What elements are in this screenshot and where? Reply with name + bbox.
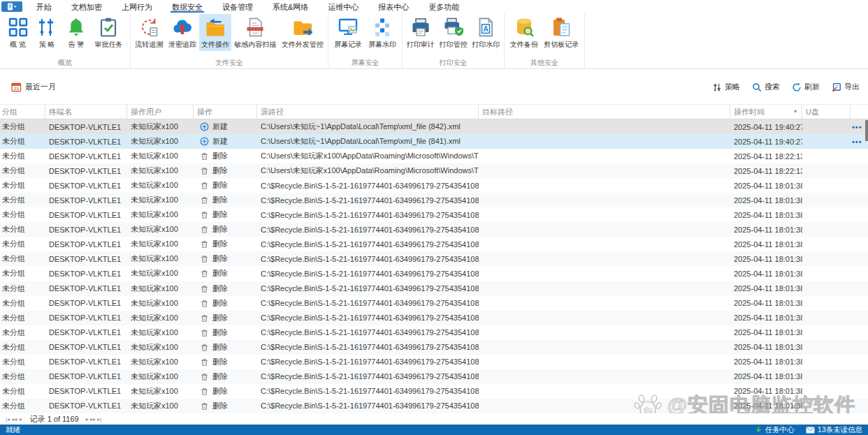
menu-tab-5[interactable]: 设备管理: [212, 0, 263, 13]
cell-group: 未分组: [0, 121, 45, 132]
ribbon-button-checker-watermark[interactable]: 屏幕水印: [366, 14, 398, 51]
ribbon-button-monitor-record[interactable]: 屏幕记录: [332, 14, 364, 51]
cell-user: 未知玩家x100: [127, 342, 194, 353]
table-row[interactable]: 未分组DESKTOP-VLKTLE1未知玩家x100新建C:\Users\未知玩…: [0, 119, 868, 134]
unread-messages-button[interactable]: 13条未读信息: [806, 425, 862, 435]
ribbon-button-grid[interactable]: 概 览: [6, 14, 31, 51]
cell-user: 未知玩家x100: [127, 239, 194, 249]
plus-circle-icon: [200, 122, 209, 131]
column-header-label: U盘: [806, 108, 819, 116]
column-header-2[interactable]: 终端名: [45, 105, 127, 119]
cell-terminal: DESKTOP-VLKTLE1: [45, 401, 127, 410]
ribbon-button-label: 屏幕水印: [368, 40, 396, 50]
date-range-label: 最近一月: [25, 82, 56, 92]
table-row[interactable]: 未分组DESKTOP-VLKTLE1未知玩家x100删除C:\$Recycle.…: [0, 281, 868, 296]
menu-tab-1[interactable]: 开始: [27, 0, 62, 13]
menubar-items: 开始文档加密上网行为数据安全设备管理系统&网络运维中心报表中心更多功能: [27, 0, 469, 13]
ribbon-button-bell[interactable]: 告 警: [64, 14, 89, 51]
pager-next-buttons[interactable]: ▸ ▸▸ ▸|: [86, 416, 102, 422]
ribbon-button-db-search[interactable]: 文件备份: [508, 14, 540, 51]
cell-action: 删除: [194, 195, 257, 205]
date-range-filter[interactable]: 23 最近一月: [11, 82, 56, 92]
table-row[interactable]: 未分组DESKTOP-VLKTLE1未知玩家x100删除C:\$Recycle.…: [0, 207, 868, 222]
menu-tab-3[interactable]: 上网行为: [112, 0, 162, 13]
envelope-icon: [806, 427, 815, 434]
filter-caret-icon[interactable]: ▾: [794, 105, 797, 119]
plus-circle-icon: [200, 137, 209, 146]
task-center-label: 任务中心: [765, 425, 795, 435]
menu-tab-8[interactable]: 报表中心: [368, 0, 419, 13]
column-header-6[interactable]: 目标路径: [479, 105, 730, 119]
db-search-icon: [514, 17, 535, 38]
ribbon-button-folder-back[interactable]: 文件操作: [199, 14, 231, 51]
cell-terminal: DESKTOP-VLKTLE1: [45, 240, 127, 249]
ribbon-button-clipboard-doc[interactable]: 剪切板记录: [542, 14, 581, 51]
pager-prev-buttons[interactable]: |◂ ◂◂ ◂: [6, 416, 22, 422]
menu-tab-6[interactable]: 系统&网络: [263, 0, 318, 13]
action-label: 删除: [212, 313, 228, 323]
cell-action: 删除: [194, 357, 257, 367]
menu-tab-2[interactable]: 文档加密: [62, 0, 112, 13]
table-row[interactable]: 未分组DESKTOP-VLKTLE1未知玩家x100删除C:\$Recycle.…: [0, 369, 868, 384]
ribbon-button-doc-scan[interactable]: 敏感内容扫描: [232, 14, 278, 51]
vertical-scrollbar[interactable]: [865, 120, 868, 141]
menu-tab-7[interactable]: 运维中心: [318, 0, 368, 13]
column-header-4[interactable]: 操作: [194, 105, 257, 119]
column-header-7[interactable]: 操作时间▾: [730, 105, 802, 119]
toolbar-action-search[interactable]: 搜索: [752, 82, 780, 92]
ribbon-button-label: 文件操作: [201, 40, 229, 50]
toolbar-action-sliders[interactable]: 策略: [712, 82, 740, 92]
menu-tab-4[interactable]: 数据安全: [162, 0, 212, 13]
toolbar-action-export[interactable]: 导出: [832, 82, 860, 92]
table-row[interactable]: 未分组DESKTOP-VLKTLE1未知玩家x100删除C:\$Recycle.…: [0, 178, 868, 193]
cell-time: 2025-04-11 18:01:38: [730, 240, 802, 249]
table-row[interactable]: 未分组DESKTOP-VLKTLE1未知玩家x100删除C:\Users\未知玩…: [0, 163, 868, 178]
column-header-9[interactable]: [851, 105, 868, 119]
ribbon-button-doc-a[interactable]: A打印水印: [470, 14, 502, 51]
table-row[interactable]: 未分组DESKTOP-VLKTLE1未知玩家x100删除C:\Users\未知玩…: [0, 149, 868, 163]
table-row[interactable]: 未分组DESKTOP-VLKTLE1未知玩家x100删除C:\$Recycle.…: [0, 355, 868, 369]
table-row[interactable]: 未分组DESKTOP-VLKTLE1未知玩家x100删除C:\$Recycle.…: [0, 399, 868, 413]
table-row[interactable]: 未分组DESKTOP-VLKTLE1未知玩家x100新建C:\Users\未知玩…: [0, 134, 868, 149]
cell-user: 未知玩家x100: [127, 283, 194, 294]
table-row[interactable]: 未分组DESKTOP-VLKTLE1未知玩家x100删除C:\$Recycle.…: [0, 325, 868, 340]
table-row[interactable]: 未分组DESKTOP-VLKTLE1未知玩家x100删除C:\$Recycle.…: [0, 384, 868, 399]
table-row[interactable]: 未分组DESKTOP-VLKTLE1未知玩家x100删除C:\$Recycle.…: [0, 193, 868, 207]
trash-icon: [200, 152, 209, 161]
table-row[interactable]: 未分组DESKTOP-VLKTLE1未知玩家x100删除C:\$Recycle.…: [0, 296, 868, 311]
ribbon-button-trace-cycle[interactable]: 流转追溯: [133, 14, 165, 51]
grid-icon: [8, 17, 29, 38]
ribbon-button-label: 告 警: [68, 40, 84, 50]
cell-action: 新建: [194, 136, 257, 147]
column-header-1[interactable]: 分组: [0, 105, 45, 119]
column-header-8[interactable]: U盘: [802, 105, 851, 119]
ribbon-button-printer-shield[interactable]: 打印管控: [437, 14, 470, 51]
ribbon-button-cloud-leak[interactable]: 泄密追踪: [166, 14, 198, 51]
menu-tab-9[interactable]: 更多功能: [419, 0, 469, 13]
doc-scan-icon: [245, 17, 266, 38]
ribbon-button-clipboard-check[interactable]: 审批任务: [92, 14, 124, 51]
toolbar-action-refresh[interactable]: 刷新: [792, 82, 820, 92]
ribbon-group-1: 概 览策 略告 警审批任务概览: [0, 13, 131, 68]
table-row[interactable]: 未分组DESKTOP-VLKTLE1未知玩家x100删除C:\$Recycle.…: [0, 237, 868, 251]
table-row[interactable]: 未分组DESKTOP-VLKTLE1未知玩家x100删除C:\$Recycle.…: [0, 222, 868, 237]
cell-terminal: DESKTOP-VLKTLE1: [45, 372, 127, 381]
cell-terminal: DESKTOP-VLKTLE1: [45, 270, 127, 278]
table-row[interactable]: 未分组DESKTOP-VLKTLE1未知玩家x100删除C:\$Recycle.…: [0, 311, 868, 325]
table-row[interactable]: 未分组DESKTOP-VLKTLE1未知玩家x100删除C:\$Recycle.…: [0, 266, 868, 281]
unread-messages-label: 13条未读信息: [818, 425, 862, 435]
column-header-5[interactable]: 源路径: [257, 105, 479, 119]
cell-user: 未知玩家x100: [127, 371, 194, 382]
ribbon-button-printer[interactable]: 打印审计: [405, 14, 437, 51]
cell-action: 删除: [194, 239, 257, 249]
cell-user: 未知玩家x100: [127, 313, 194, 323]
app-menu-button[interactable]: [1, 1, 22, 12]
ribbon-group-5: 文件备份剪切板记录其他安全: [505, 13, 585, 68]
table-row[interactable]: 未分组DESKTOP-VLKTLE1未知玩家x100删除C:\$Recycle.…: [0, 251, 868, 266]
task-center-button[interactable]: 任务中心: [755, 425, 795, 435]
ribbon-button-sliders[interactable]: 策 略: [34, 14, 59, 51]
column-header-3[interactable]: 操作用户: [127, 105, 194, 119]
ribbon-button-folder-out[interactable]: 文件外发管控: [280, 14, 326, 51]
cell-group: 未分组: [0, 327, 45, 338]
table-row[interactable]: 未分组DESKTOP-VLKTLE1未知玩家x100删除C:\$Recycle.…: [0, 340, 868, 355]
